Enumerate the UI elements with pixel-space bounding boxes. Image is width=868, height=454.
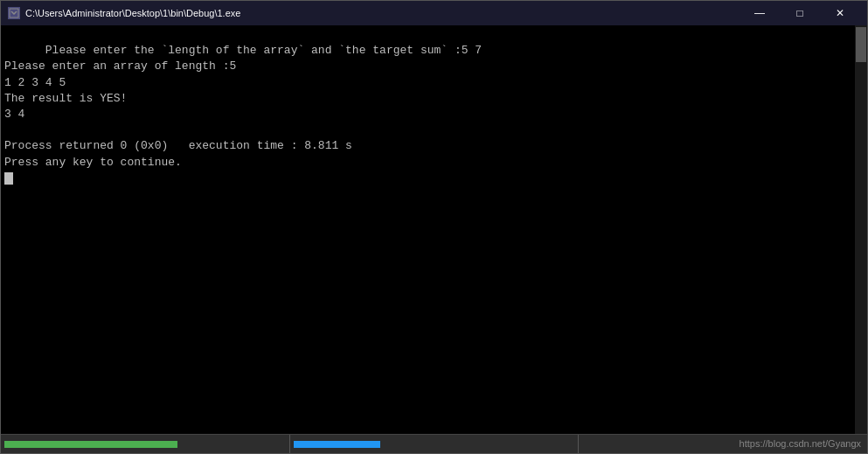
taskbar-segment-1 bbox=[1, 435, 290, 453]
taskbar-progress-1 bbox=[4, 441, 177, 448]
console-area: Please enter the `length of the array` a… bbox=[1, 25, 867, 434]
taskbar-progress-2 bbox=[294, 441, 380, 448]
title-bar-left: C:\Users\Administrator\Desktop\1\bin\Deb… bbox=[8, 7, 240, 19]
maximize-button[interactable]: □ bbox=[780, 1, 820, 25]
scrollbar-thumb[interactable] bbox=[856, 27, 866, 62]
console-output: Please enter the `length of the array` a… bbox=[1, 25, 855, 434]
taskbar-segment-2 bbox=[290, 435, 580, 453]
scrollbar[interactable] bbox=[855, 25, 867, 434]
console-line-1: Please enter the `length of the array` a… bbox=[4, 44, 482, 185]
window-controls: — □ ✕ bbox=[740, 1, 860, 25]
close-button[interactable]: ✕ bbox=[820, 1, 860, 25]
app-icon bbox=[8, 7, 20, 19]
title-bar: C:\Users\Administrator\Desktop\1\bin\Deb… bbox=[1, 1, 867, 25]
window-title: C:\Users\Administrator\Desktop\1\bin\Deb… bbox=[25, 8, 240, 18]
taskbar bbox=[1, 434, 867, 453]
cursor-blink bbox=[4, 172, 13, 185]
watermark: https://blog.csdn.net/Gyangx bbox=[740, 438, 861, 449]
application-window: C:\Users\Administrator\Desktop\1\bin\Deb… bbox=[0, 0, 868, 454]
minimize-button[interactable]: — bbox=[740, 1, 780, 25]
